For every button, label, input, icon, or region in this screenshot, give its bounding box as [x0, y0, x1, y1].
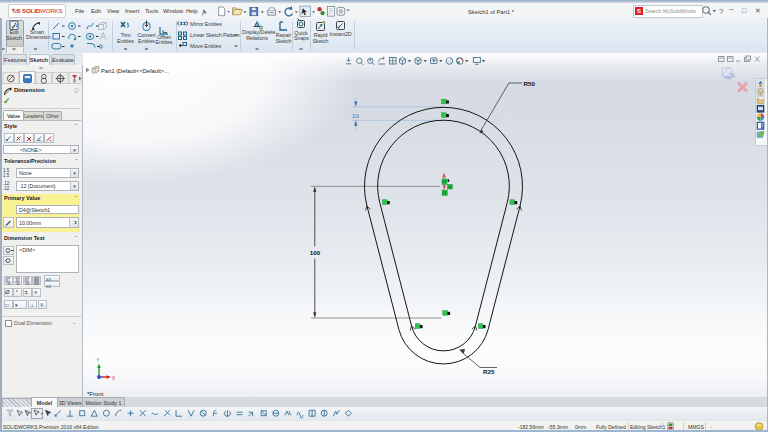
svg-text:Y: Y — [97, 358, 100, 363]
svg-text:R25: R25 — [483, 368, 495, 375]
svg-text:10: 10 — [352, 112, 359, 119]
svg-text:100: 100 — [310, 249, 321, 256]
svg-text:xx: xx — [46, 276, 52, 282]
svg-text:xx: xx — [46, 283, 52, 288]
svg-text:X: X — [112, 376, 115, 381]
svg-text:Part1 (Default<<Default>...: Part1 (Default<<Default>... — [101, 68, 169, 74]
svg-text:R50: R50 — [524, 80, 536, 87]
